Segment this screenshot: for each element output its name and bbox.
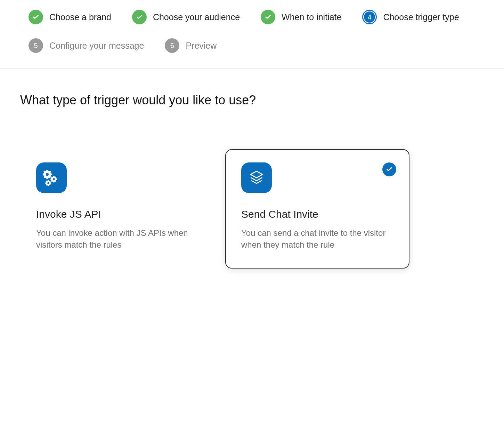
step-number-indicator: 6: [165, 38, 179, 53]
trigger-card-invoke-js-api[interactable]: Invoke JS API You can invoke action with…: [20, 149, 204, 269]
svg-point-0: [46, 173, 49, 176]
trigger-title: Invoke JS API: [36, 208, 188, 220]
trigger-card-grid: Invoke JS API You can invoke action with…: [20, 149, 484, 269]
selected-check-icon: [382, 162, 396, 176]
step-configure-message[interactable]: 5 Configure your message: [29, 38, 144, 53]
step-when-initiate[interactable]: When to initiate: [261, 10, 341, 24]
step-label: Choose your audience: [153, 12, 240, 22]
step-label: Configure your message: [49, 41, 144, 51]
gears-icon: [36, 162, 67, 193]
step-number: 5: [34, 42, 38, 50]
checkmark-icon: [132, 10, 147, 24]
step-choose-brand[interactable]: Choose a brand: [29, 10, 111, 24]
step-number-indicator: 5: [29, 38, 43, 53]
checkmark-icon: [261, 10, 275, 24]
svg-point-1: [53, 178, 55, 180]
svg-point-2: [47, 182, 49, 184]
trigger-description: You can invoke action with JS APIs when …: [36, 227, 188, 250]
step-label: Preview: [186, 41, 217, 51]
step-number: 6: [170, 42, 174, 50]
step-preview[interactable]: 6 Preview: [165, 38, 217, 53]
step-label: When to initiate: [282, 12, 341, 22]
step-choose-trigger-type[interactable]: 4 Choose trigger type: [362, 10, 459, 24]
trigger-card-send-chat-invite[interactable]: Send Chat Invite You can send a chat inv…: [225, 149, 409, 269]
step-label: Choose trigger type: [383, 12, 459, 22]
step-choose-audience[interactable]: Choose your audience: [132, 10, 240, 24]
stepper: Choose a brand Choose your audience When…: [0, 0, 504, 69]
step-number-indicator: 4: [362, 10, 377, 24]
trigger-title: Send Chat Invite: [241, 208, 393, 220]
trigger-description: You can send a chat invite to the visito…: [241, 227, 393, 250]
step-label: Choose a brand: [49, 12, 111, 22]
main-content: What type of trigger would you like to u…: [0, 69, 504, 293]
step-number: 4: [368, 13, 372, 21]
checkmark-icon: [29, 10, 43, 24]
page-heading: What type of trigger would you like to u…: [20, 93, 484, 107]
stack-icon: [241, 162, 272, 193]
